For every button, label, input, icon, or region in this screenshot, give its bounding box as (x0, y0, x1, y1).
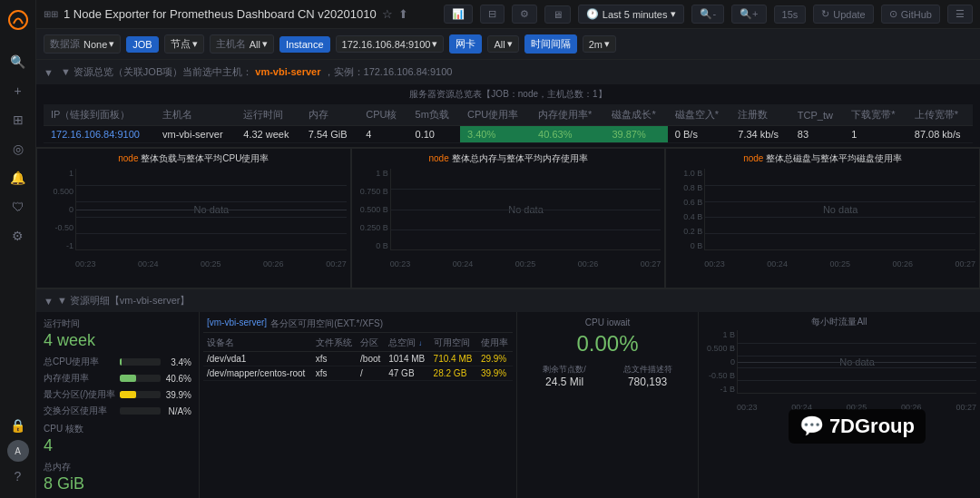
chevron-down-icon2: ▾ (192, 38, 198, 50)
monitor-icon-btn[interactable]: 🖥 (544, 5, 571, 24)
logo-icon[interactable] (5, 7, 31, 33)
disk-col-total: 总空间 ↓ (385, 335, 429, 352)
iowait-panel: CPU iowait 0.00% 剩余节点数/ 24.5 Mil 总文件描述符 … (517, 312, 699, 498)
table-icon: ⊟ (488, 8, 496, 20)
star-icon[interactable]: ☆ (382, 7, 393, 21)
disk-chart-title: node 整体总磁盘与整体平均磁盘使用率 (670, 152, 975, 165)
zoom-out-btn[interactable]: 🔍- (691, 5, 724, 24)
datasource-filter[interactable]: 数据源 None ▾ (44, 34, 121, 54)
col-cpu-usage: CPU使用率 (460, 104, 531, 126)
cpu-chart-inner: No data (75, 169, 347, 250)
interval-filter[interactable]: 2m ▾ (583, 35, 616, 53)
chevron-icon: ▾ (671, 8, 676, 20)
host-label: 主机名 (216, 37, 246, 51)
nic-value: All (494, 39, 505, 50)
job-label: JOB (132, 39, 152, 50)
nic-label-btn[interactable]: 网卡 (449, 34, 482, 54)
github-button[interactable]: ⊙ GitHub (881, 5, 940, 24)
avatar[interactable]: A (7, 440, 29, 462)
cell-cpu-usage: 3.40% (460, 126, 531, 143)
memory-chart-panel: node 整体总内存与整体平均内存使用率 1 B 0.750 B 0.500 B… (351, 148, 666, 288)
cores-row: CPU 核数 4 (44, 423, 191, 455)
node-filter[interactable]: 节点 ▾ (164, 34, 204, 54)
max-disk-val: 39.9% (164, 390, 191, 400)
share-icon[interactable]: ⬆ (398, 7, 408, 21)
topbar-title: ⊞⊞ 1 Node Exporter for Prometheus Dashbo… (44, 7, 444, 21)
disk-total-2: 47 GB (385, 366, 429, 381)
interval-label-text: 时间间隔 (531, 37, 571, 51)
service-table-container: 服务器资源总览表【JOB：node，主机总数：1】 IP（链接到面板） 主机名 … (36, 84, 980, 147)
zoom-in-btn[interactable]: 🔍+ (731, 5, 766, 24)
info-panel: 运行时间 4 week 总CPU使用率 3.4% 内存使用率 (36, 312, 200, 498)
memory-value: 8 GiB (44, 474, 191, 493)
flow-x-labels: 00:23 00:24 00:25 00:26 00:27 (737, 403, 976, 412)
cpu-chart-area: 1 0.500 0 -0.50 -1 No data 00:23 00:24 (41, 169, 347, 269)
swap-bar (120, 407, 161, 415)
interval-label-btn[interactable]: 时间间隔 (524, 34, 577, 54)
host-filter[interactable]: 主机名 All ▾ (210, 34, 274, 54)
disk-available-1: 710.4 MB (430, 352, 477, 366)
col-mem-usage: 内存使用率* (531, 104, 604, 126)
shield-icon[interactable]: 🛡 (5, 194, 31, 220)
mem-chart-prefix: node (428, 153, 451, 163)
disk-usage-1: 29.9% (477, 352, 513, 366)
mem-x-labels: 00:23 00:24 00:25 00:26 00:27 (390, 259, 662, 269)
disk-available-2: 28.2 GB (430, 366, 477, 381)
col-memory: 内存 (301, 104, 359, 126)
iowait-sub1: 剩余节点数/ 24.5 Mil (543, 364, 586, 388)
main-content: ⊞⊞ 1 Node Exporter for Prometheus Dashbo… (36, 0, 980, 498)
memory-label: 总内存 (44, 461, 191, 474)
table-icon-btn[interactable]: ⊟ (480, 5, 505, 24)
menu-button[interactable]: ☰ (947, 5, 973, 24)
col-disk-growth: 磁盘成长* (604, 104, 667, 126)
iowait-value: 0.00% (524, 331, 691, 356)
cell-ip: 172.16.106.84:9100 (44, 126, 155, 143)
hostname-highlight: vm-vbi-server (255, 66, 320, 77)
ip-link[interactable]: 172.16.106.84:9100 (51, 129, 140, 140)
nic-filter[interactable]: All ▾ (487, 35, 518, 53)
gear-icon[interactable]: ⚙ (5, 223, 31, 249)
disk-chart-prefix: node (743, 153, 766, 163)
disk-chart-panel: node 整体总磁盘与整体平均磁盘使用率 1.0 B 0.8 B 0.6 B 0… (665, 148, 980, 288)
cpu-chart-title: node 整体负载与整体平均CPU使用率 (41, 152, 347, 165)
bottom-section-header[interactable]: ▼ ▼ 资源明细【vm-vbi-server】 (36, 289, 980, 312)
flow-chart-panel: 每小时流量All 1 B 0.500 B 0 -0.50 B -1 B No d… (699, 312, 980, 498)
instance-filter[interactable]: 172.16.106.84:9100 ▾ (336, 35, 445, 53)
chart-icon-btn[interactable]: 📊 (444, 5, 473, 24)
memory-row: 总内存 8 GiB (44, 461, 191, 493)
uptime-value: 4 week (44, 331, 191, 350)
memory-chart-area: 1 B 0.750 B 0.500 B 0.250 B 0 B No data … (356, 169, 662, 269)
col-cpu: CPU核 (358, 104, 407, 126)
time-range-picker[interactable]: 🕐 Last 5 minutes ▾ (578, 5, 685, 24)
instance-label-btn[interactable]: Instance (279, 36, 330, 53)
grid-icon[interactable]: ⊞ (5, 107, 31, 132)
filterbar: 数据源 None ▾ JOB 节点 ▾ 主机名 All ▾ Instance 1… (36, 29, 980, 60)
time-range-label: Last 5 minutes (603, 9, 668, 20)
update-button[interactable]: ↻ Update (813, 5, 873, 24)
disk-no-data: No data (705, 169, 975, 249)
compass-icon[interactable]: ◎ (5, 136, 31, 161)
cpu-usage-bar (120, 358, 161, 366)
bell-icon[interactable]: 🔔 (5, 165, 31, 190)
settings-icon-btn[interactable]: ⚙ (512, 5, 537, 24)
disk-col-device: 设备名 (203, 335, 312, 352)
disk-partition-2: / (357, 366, 385, 381)
chevron-down-icon5: ▾ (507, 38, 513, 50)
cpu-x-labels: 00:23 00:24 00:25 00:26 00:27 (75, 259, 347, 269)
chevron-down-icon: ▾ (109, 38, 114, 50)
plus-icon[interactable]: + (5, 78, 31, 103)
flow-chart-area: 1 B 0.500 B 0 -0.50 B -1 B No data (702, 330, 976, 412)
disk-x-labels: 00:23 00:24 00:25 00:26 00:27 (704, 259, 975, 269)
job-filter[interactable]: JOB (126, 36, 158, 53)
iowait-title: CPU iowait (524, 317, 691, 327)
github-icon: ⊙ (889, 8, 897, 20)
disk-col-partition: 分区 (357, 335, 385, 352)
help-icon[interactable]: ? (5, 464, 31, 489)
datasource-label: 数据源 (50, 37, 80, 51)
lock-icon[interactable]: 🔒 (5, 413, 31, 438)
collapse-toggle[interactable]: ▼ (44, 67, 54, 78)
datasource-value: None (83, 39, 107, 50)
sidebar: 🔍 + ⊞ ◎ 🔔 🛡 ⚙ 🔒 A ? (0, 0, 36, 498)
refresh-label[interactable]: 15s (774, 5, 807, 24)
search-icon[interactable]: 🔍 (5, 49, 31, 74)
